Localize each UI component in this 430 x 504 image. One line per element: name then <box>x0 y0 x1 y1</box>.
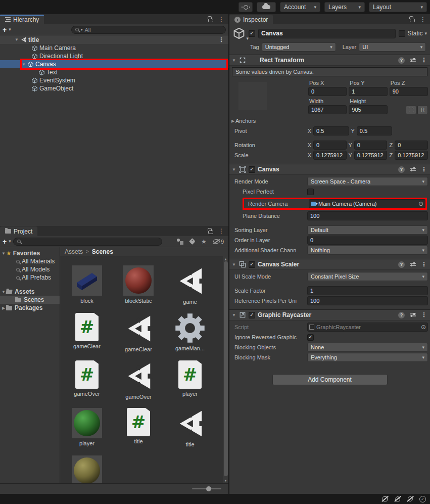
panel-menu-icon[interactable]: ⋮ <box>420 16 426 23</box>
foldout-open-icon[interactable]: ▼ <box>21 62 26 67</box>
scroll-up-icon[interactable]: ▲ <box>223 257 228 261</box>
component-menu-icon[interactable]: ⋮ <box>421 166 427 173</box>
chevron-down-icon[interactable]: ▾ <box>9 239 11 244</box>
asset-item-gamemanager[interactable]: gameMan... <box>164 313 216 360</box>
presets-icon[interactable] <box>409 261 416 267</box>
asset-item-gameover-script[interactable]: gameOver <box>61 360 113 408</box>
scale-x-field[interactable]: 0.1275912 <box>313 151 347 160</box>
progress-ok-icon[interactable]: ✓ <box>419 496 426 502</box>
rotation-y-field[interactable]: 0 <box>354 141 388 150</box>
active-checkbox[interactable]: ✓ <box>249 30 255 37</box>
scale-factor-field[interactable]: 1 <box>307 286 428 295</box>
scale-z-field[interactable]: 0.1275912 <box>395 151 428 160</box>
hierarchy-item-eventsystem[interactable]: EventSystem <box>0 76 228 84</box>
hierarchy-item-main-camera[interactable]: Main Camera <box>0 44 228 52</box>
foldout-open-icon[interactable]: ▼ <box>231 262 236 267</box>
cloud-services-button[interactable] <box>257 2 276 12</box>
tree-scenes[interactable]: Scenes <box>0 296 60 304</box>
grid-scrollbar[interactable]: ▲ ▼ <box>223 256 228 483</box>
asset-item-player-material[interactable]: player <box>61 408 113 455</box>
chevron-down-icon[interactable]: ▾ <box>9 27 11 32</box>
static-dropdown-icon[interactable]: ▾ <box>424 31 427 36</box>
lock-icon[interactable] <box>208 19 213 22</box>
foldout-closed-icon[interactable]: ▶ <box>230 119 235 123</box>
presets-icon[interactable] <box>409 166 416 172</box>
raw-edit-mode-button[interactable]: R <box>417 106 428 114</box>
order-in-layer-field[interactable]: 0 <box>307 236 428 245</box>
layers-dropdown[interactable]: Layers ▾ <box>324 2 365 12</box>
sorting-layer-dropdown[interactable]: Default ▾ <box>307 225 428 235</box>
search-by-label-icon[interactable] <box>189 238 196 245</box>
tree-all-models[interactable]: All Models <box>0 265 60 273</box>
pixel-perfect-checkbox[interactable] <box>307 189 314 195</box>
foldout-open-icon[interactable]: ▼ <box>1 251 6 256</box>
foldout-open-icon[interactable]: ▼ <box>231 313 236 317</box>
asset-item-block[interactable]: block <box>61 265 113 313</box>
pos-y-field[interactable]: 1 <box>349 87 387 96</box>
pos-x-field[interactable]: 0 <box>308 87 347 96</box>
canvas-component-header[interactable]: ▼ ✓ Canvas ? ⋮ <box>229 164 430 175</box>
help-icon[interactable]: ? <box>398 261 405 268</box>
scene-row[interactable]: ▼ title ⋮ <box>0 35 228 44</box>
hierarchy-item-gameobject[interactable]: GameObject <box>0 84 228 93</box>
debugger-disabled-icon[interactable] <box>381 496 389 502</box>
component-menu-icon[interactable]: ⋮ <box>421 261 427 268</box>
scroll-down-icon[interactable]: ▼ <box>223 479 228 482</box>
height-field[interactable]: 905 <box>349 105 387 114</box>
component-enabled-checkbox[interactable]: ✓ <box>249 261 255 268</box>
tag-dropdown[interactable]: Untagged ▾ <box>262 42 336 52</box>
additional-shader-channels-dropdown[interactable]: Nothing ▾ <box>307 246 428 255</box>
presets-icon[interactable] <box>409 312 416 318</box>
reference-pixels-field[interactable]: 100 <box>307 296 428 305</box>
gameobject-name-field[interactable]: Canvas <box>258 29 396 38</box>
layer-dropdown[interactable]: UI ▾ <box>359 42 426 52</box>
blocking-objects-dropdown[interactable]: None ▾ <box>307 343 428 352</box>
foldout-open-icon[interactable]: ▼ <box>231 58 236 63</box>
tree-all-materials[interactable]: All Materials <box>0 257 60 265</box>
component-menu-icon[interactable]: ⋮ <box>421 311 427 318</box>
component-menu-icon[interactable]: ⋮ <box>421 57 427 64</box>
tree-all-prefabs[interactable]: All Prefabs <box>0 273 60 282</box>
render-camera-object-field[interactable]: Main Camera (Camera) ⊙ <box>309 199 425 208</box>
asset-item-title-scene[interactable]: title <box>164 408 216 455</box>
scrollbar-thumb[interactable] <box>224 261 228 476</box>
tree-packages[interactable]: ▶ Packages <box>0 304 60 312</box>
hierarchy-search-input[interactable]: ▾ All <box>71 26 226 34</box>
rotation-z-field[interactable]: 0 <box>395 141 428 150</box>
anchor-preset-widget[interactable] <box>238 82 267 110</box>
panel-menu-icon[interactable]: ⋮ <box>218 16 224 23</box>
blocking-mask-dropdown[interactable]: Everything ▾ <box>307 353 428 362</box>
static-checkbox[interactable] <box>399 30 405 37</box>
help-icon[interactable]: ? <box>398 312 405 318</box>
canvas-scaler-header[interactable]: ▼ ✓ Canvas Scaler ? ⋮ <box>229 259 430 270</box>
pivot-y-field[interactable]: 0.5 <box>357 126 393 135</box>
hierarchy-item-directional-light[interactable]: Directional Light <box>0 52 228 60</box>
blueprint-mode-button[interactable] <box>406 106 416 114</box>
asset-item-title-script[interactable]: title <box>113 408 164 455</box>
scene-menu-icon[interactable]: ⋮ <box>218 36 228 43</box>
breadcrumb-root[interactable]: Assets <box>65 248 83 255</box>
pos-z-field[interactable]: 90 <box>390 87 428 96</box>
asset-item-olive-material[interactable] <box>61 455 113 483</box>
layout-dropdown[interactable]: Layout ▾ <box>369 2 427 12</box>
component-enabled-checkbox[interactable]: ✓ <box>249 312 255 318</box>
search-by-type-icon[interactable] <box>177 239 183 245</box>
ignore-reversed-checkbox[interactable]: ✓ <box>307 334 314 341</box>
version-control-button[interactable] <box>238 2 253 12</box>
help-icon[interactable]: ? <box>398 166 405 173</box>
component-enabled-checkbox[interactable]: ✓ <box>249 166 255 173</box>
favorites-star-icon[interactable]: ★ <box>201 238 207 245</box>
foldout-closed-icon[interactable]: ▶ <box>1 306 6 310</box>
add-icon[interactable]: + <box>3 26 7 33</box>
object-picker-icon[interactable]: ⊙ <box>418 201 423 207</box>
add-icon[interactable]: + <box>3 238 7 245</box>
plane-distance-field[interactable]: 100 <box>307 211 428 220</box>
scale-y-field[interactable]: 0.1275912 <box>354 151 388 160</box>
asset-item-gameover-scene[interactable]: gameOver <box>113 360 164 408</box>
cache-server-disabled-icon[interactable] <box>394 496 401 502</box>
tab-project[interactable]: Project <box>0 226 37 236</box>
ui-scale-mode-dropdown[interactable]: Constant Pixel Size ▾ <box>307 272 428 281</box>
rotation-x-field[interactable]: 0 <box>313 141 347 150</box>
hierarchy-item-canvas[interactable]: ▼ Canvas <box>0 60 228 68</box>
auto-refresh-disabled-icon[interactable] <box>407 496 414 502</box>
